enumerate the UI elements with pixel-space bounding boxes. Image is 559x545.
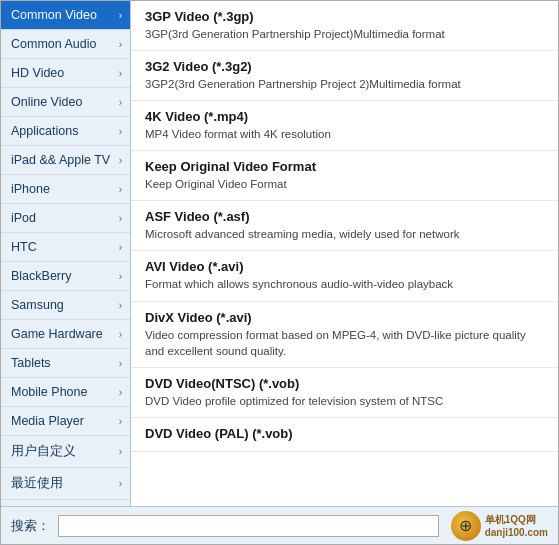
sidebar-item-label: Tablets [11, 356, 51, 370]
sidebar-item-htc[interactable]: HTC› [1, 233, 130, 262]
format-title: Keep Original Video Format [145, 159, 546, 174]
sidebar-item-arrow: › [119, 329, 122, 340]
sidebar-item-label: Common Video [11, 8, 97, 22]
logo-area: ⊕ 单机1QQ网danji100.com [451, 511, 548, 541]
format-desc: Microsoft advanced streaming media, wide… [145, 226, 546, 242]
sidebar-item-tablets[interactable]: Tablets› [1, 349, 130, 378]
format-title: DVD Video(NTSC) (*.vob) [145, 376, 546, 391]
format-title: 4K Video (*.mp4) [145, 109, 546, 124]
format-desc: MP4 Video format with 4K resolution [145, 126, 546, 142]
sidebar-item-[interactable]: 用户自定义› [1, 436, 130, 468]
sidebar-item-hd-video[interactable]: HD Video› [1, 59, 130, 88]
sidebar-item-label: HD Video [11, 66, 64, 80]
format-desc: 3GP(3rd Generation Partnership Project)M… [145, 26, 546, 42]
sidebar-item-iphone[interactable]: iPhone› [1, 175, 130, 204]
search-label: 搜索： [11, 517, 50, 535]
sidebar-item-online-video[interactable]: Online Video› [1, 88, 130, 117]
format-title: AVI Video (*.avi) [145, 259, 546, 274]
sidebar-item-label: HTC [11, 240, 37, 254]
format-item[interactable]: 3G2 Video (*.3g2)3GP2(3rd Generation Par… [131, 51, 558, 101]
sidebar-item-arrow: › [119, 387, 122, 398]
format-item[interactable]: Keep Original Video FormatKeep Original … [131, 151, 558, 201]
format-desc: Format which allows synchronous audio-wi… [145, 276, 546, 292]
format-desc: 3GP2(3rd Generation Partnership Project … [145, 76, 546, 92]
sidebar-item-arrow: › [119, 10, 122, 21]
sidebar-item-common-audio[interactable]: Common Audio› [1, 30, 130, 59]
sidebar-item-arrow: › [119, 300, 122, 311]
sidebar-item-label: Samsung [11, 298, 64, 312]
format-item[interactable]: 3GP Video (*.3gp)3GP(3rd Generation Part… [131, 1, 558, 51]
sidebar-item-label: BlackBerry [11, 269, 71, 283]
sidebar-item-label: Game Hardware [11, 327, 103, 341]
sidebar-item-common-video[interactable]: Common Video› [1, 1, 130, 30]
sidebar-item-samsung[interactable]: Samsung› [1, 291, 130, 320]
sidebar-item-arrow: › [119, 97, 122, 108]
sidebar-item-label: Online Video [11, 95, 82, 109]
sidebar-item-arrow: › [119, 478, 122, 489]
sidebar-item-arrow: › [119, 126, 122, 137]
format-title: ASF Video (*.asf) [145, 209, 546, 224]
format-item[interactable]: DVD Video (PAL) (*.vob) [131, 418, 558, 452]
format-title: 3G2 Video (*.3g2) [145, 59, 546, 74]
sidebar-item-label: iPod [11, 211, 36, 225]
sidebar-item-applications[interactable]: Applications› [1, 117, 130, 146]
sidebar-item-label: Media Player [11, 414, 84, 428]
sidebar-item-arrow: › [119, 242, 122, 253]
format-desc: DVD Video profile optimized for televisi… [145, 393, 546, 409]
sidebar-item-label: iPad && Apple TV [11, 153, 110, 167]
format-desc: Keep Original Video Format [145, 176, 546, 192]
sidebar-item-label: 最近使用 [11, 475, 63, 492]
sidebar-item-label: Common Audio [11, 37, 96, 51]
format-item[interactable]: 4K Video (*.mp4)MP4 Video format with 4K… [131, 101, 558, 151]
sidebar-item-mobile-phone[interactable]: Mobile Phone› [1, 378, 130, 407]
format-title: DivX Video (*.avi) [145, 310, 546, 325]
sidebar-item-arrow: › [119, 68, 122, 79]
sidebar-item-arrow: › [119, 213, 122, 224]
sidebar-item-media-player[interactable]: Media Player› [1, 407, 130, 436]
logo-icon: ⊕ [451, 511, 481, 541]
sidebar-item-arrow: › [119, 39, 122, 50]
sidebar-item-game-hardware[interactable]: Game Hardware› [1, 320, 130, 349]
format-title: 3GP Video (*.3gp) [145, 9, 546, 24]
sidebar-item-arrow: › [119, 416, 122, 427]
sidebar-item-arrow: › [119, 358, 122, 369]
sidebar: Common Video›Common Audio›HD Video›Onlin… [1, 1, 131, 506]
watermark-text: 单机1QQ网danji100.com [485, 513, 548, 539]
search-input[interactable] [58, 515, 439, 537]
bottom-bar: 搜索： ⊕ 单机1QQ网danji100.com [1, 506, 558, 544]
sidebar-item-arrow: › [119, 271, 122, 282]
format-title: DVD Video (PAL) (*.vob) [145, 426, 546, 441]
sidebar-item-label: iPhone [11, 182, 50, 196]
content-area[interactable]: 3GP Video (*.3gp)3GP(3rd Generation Part… [131, 1, 558, 506]
sidebar-item-ipad--apple-tv[interactable]: iPad && Apple TV› [1, 146, 130, 175]
sidebar-item-arrow: › [119, 446, 122, 457]
sidebar-item-label: Applications [11, 124, 78, 138]
sidebar-item-blackberry[interactable]: BlackBerry› [1, 262, 130, 291]
sidebar-item-label: Mobile Phone [11, 385, 87, 399]
sidebar-item-label: 用户自定义 [11, 443, 76, 460]
sidebar-item-[interactable]: 最近使用› [1, 468, 130, 500]
main-container: Common Video›Common Audio›HD Video›Onlin… [1, 1, 558, 506]
format-item[interactable]: DVD Video(NTSC) (*.vob)DVD Video profile… [131, 368, 558, 418]
sidebar-item-arrow: › [119, 184, 122, 195]
sidebar-item-ipod[interactable]: iPod› [1, 204, 130, 233]
format-desc: Video compression format based on MPEG-4… [145, 327, 546, 359]
sidebar-item-arrow: › [119, 155, 122, 166]
format-item[interactable]: ASF Video (*.asf)Microsoft advanced stre… [131, 201, 558, 251]
format-item[interactable]: DivX Video (*.avi)Video compression form… [131, 302, 558, 368]
format-item[interactable]: AVI Video (*.avi)Format which allows syn… [131, 251, 558, 301]
